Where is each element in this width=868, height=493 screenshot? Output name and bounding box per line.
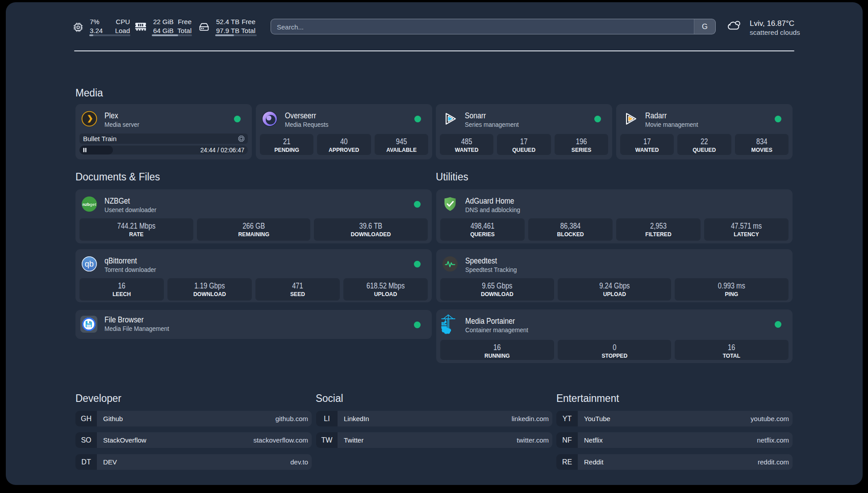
svg-text:nzbget: nzbget: [83, 202, 96, 207]
svg-text:qb: qb: [85, 259, 94, 268]
